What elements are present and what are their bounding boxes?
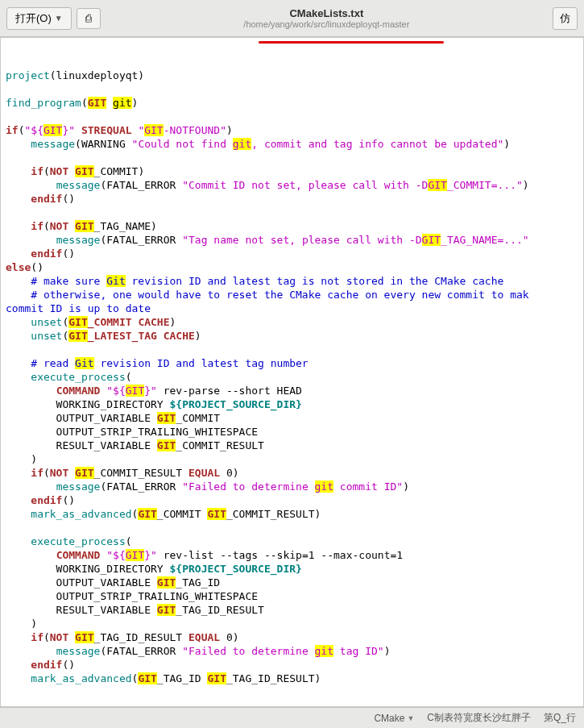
tab-width-selector[interactable]: C制表符宽度长沙红胖子 <box>427 711 531 725</box>
document-icon: ⎙ <box>85 12 92 24</box>
open-label: 打开(O) <box>15 11 52 26</box>
annotation-underline <box>259 41 444 44</box>
language-selector[interactable]: CMake ▼ <box>374 711 414 725</box>
file-path: /home/yang/work/src/linuxdeployqt-master <box>101 19 553 29</box>
open-button[interactable]: 打开(O) ▼ <box>6 7 72 30</box>
line-col[interactable]: 第Q_行 <box>544 711 576 725</box>
toolbar: 打开(O) ▼ ⎙ CMakeLists.txt /home/yang/work… <box>0 0 584 37</box>
chevron-down-icon: ▼ <box>407 714 414 722</box>
statusbar: CMake ▼ C制表符宽度长沙红胖子 第Q_行 <box>0 707 584 728</box>
code-editor[interactable]: project(linuxdeployqt) find_program(GIT … <box>0 37 584 707</box>
chevron-down-icon: ▼ <box>55 14 63 23</box>
title-area: CMakeLists.txt /home/yang/work/src/linux… <box>101 7 553 29</box>
file-title: CMakeLists.txt <box>101 7 553 19</box>
right-button[interactable]: 仿 <box>553 7 578 30</box>
new-tab-button[interactable]: ⎙ <box>77 8 101 29</box>
